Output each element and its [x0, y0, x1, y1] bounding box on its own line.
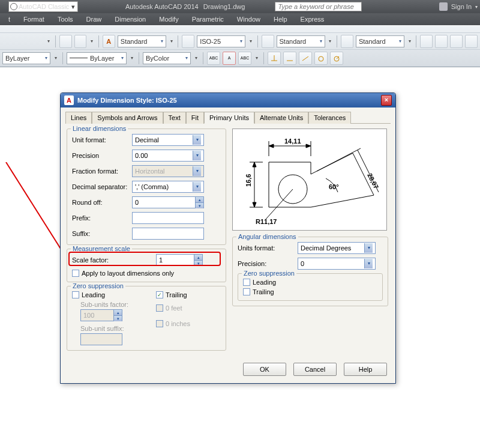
precision-label: Precision: [72, 152, 132, 159]
tab-symbols[interactable]: Symbols and Arrows: [92, 112, 163, 124]
units-format-label: Units format:: [238, 244, 298, 252]
chevron-down-icon[interactable]: ▾: [254, 55, 260, 61]
menu-window[interactable]: Window: [237, 16, 260, 23]
chevron-down-icon[interactable]: ▾: [248, 38, 253, 44]
abc-tool-button[interactable]: ABC: [207, 52, 220, 65]
toolbar-area: ▾ ▾ A Standard▾ ▾ ISO-25▾ ▾ Standard▾ ▾ …: [0, 25, 480, 67]
dialog-title: Modify Dimension Style: ISO-25: [77, 97, 177, 104]
leading-checkbox[interactable]: Leading: [72, 291, 144, 298]
unit-format-select[interactable]: Decimal▾: [132, 134, 204, 146]
menu-draw[interactable]: Draw: [86, 16, 102, 23]
angular-units-select[interactable]: Decimal Degrees▾: [298, 242, 376, 254]
menu-modify[interactable]: Modify: [159, 16, 178, 23]
unit-format-label: Unit format:: [72, 136, 132, 144]
angular-precision-label: Precision:: [238, 260, 298, 267]
menu-item[interactable]: t: [8, 16, 10, 23]
tab-alternate[interactable]: Alternate Units: [254, 112, 308, 124]
decimal-sep-label: Decimal separator:: [72, 183, 132, 190]
menu-help[interactable]: Help: [274, 16, 287, 23]
svg-line-20: [317, 148, 361, 171]
linear-dimensions-group: Linear dimensions Unit format: Decimal▾ …: [67, 129, 226, 245]
tab-lines[interactable]: Lines: [65, 112, 92, 124]
angular-precision-select[interactable]: 0▾: [298, 258, 376, 270]
menu-parametric[interactable]: Parametric: [192, 16, 224, 23]
titlebar: AutoCAD Classic ▾ Autodesk AutoCAD 2014 …: [0, 0, 480, 13]
chevron-down-icon[interactable]: ▾: [328, 38, 333, 44]
close-button[interactable]: ×: [381, 95, 392, 106]
menu-format[interactable]: Format: [23, 16, 44, 23]
svg-text:R11,17: R11,17: [256, 218, 277, 225]
app-icon: A: [64, 95, 74, 105]
tool-button[interactable]: [59, 35, 72, 48]
tool-button[interactable]: [465, 35, 478, 48]
fraction-format-select: Horizontal▾: [132, 165, 204, 177]
zero-feet-checkbox: 0 feet: [156, 304, 190, 312]
tool-button[interactable]: [450, 35, 463, 48]
table-style-icon[interactable]: [262, 35, 274, 48]
ok-button[interactable]: OK: [243, 363, 286, 376]
suffix-input[interactable]: [132, 228, 204, 240]
signin-link[interactable]: Sign In: [451, 3, 472, 10]
svg-text:28,07: 28,07: [366, 172, 380, 190]
scale-factor-spinner[interactable]: 1▴▾: [156, 254, 203, 266]
search-input[interactable]: [275, 2, 362, 11]
tool-button[interactable]: [74, 35, 87, 48]
abc-tool-button[interactable]: A: [223, 52, 236, 65]
angular-dimensions-group: Angular dimensions Units format: Decimal…: [232, 237, 388, 306]
mleader-style-icon[interactable]: [341, 35, 353, 48]
tool-button[interactable]: [435, 35, 448, 48]
menu-dimension[interactable]: Dimension: [115, 16, 146, 23]
roundoff-label: Round off:: [72, 199, 132, 206]
decimal-sep-select[interactable]: ',' (Comma)▾: [132, 181, 204, 193]
text-style-icon[interactable]: A: [103, 35, 115, 48]
dim-tool-button[interactable]: [283, 52, 296, 65]
dim-tool-button[interactable]: [299, 52, 312, 65]
group-title: Zero suppression: [242, 270, 296, 277]
text-style-combo[interactable]: Standard▾: [118, 35, 166, 47]
trailing-checkbox[interactable]: ✓Trailing: [156, 291, 190, 298]
subunits-factor-label: Sub-units factor:: [80, 301, 144, 308]
angular-leading-checkbox[interactable]: Leading: [243, 279, 377, 286]
chevron-down-icon[interactable]: ▾: [89, 38, 94, 44]
dim-style-combo[interactable]: ISO-25▾: [197, 35, 245, 47]
workspace-combo[interactable]: AutoCAD Classic ▾: [8, 1, 78, 12]
chevron-down-icon: ▾: [70, 3, 76, 11]
cancel-button[interactable]: Cancel: [293, 363, 337, 376]
group-title: Measurement scale: [71, 245, 132, 252]
dim-tool-button[interactable]: [330, 52, 343, 65]
abc-tool-button[interactable]: ABC: [238, 52, 251, 65]
tab-text[interactable]: Text: [163, 112, 186, 124]
menubar: t Format Tools Draw Dimension Modify Par…: [0, 13, 480, 25]
chevron-down-icon[interactable]: ▾: [193, 55, 199, 61]
chevron-down-icon[interactable]: ▾: [169, 38, 174, 44]
tab-fit[interactable]: Fit: [186, 112, 204, 124]
help-button[interactable]: Help: [344, 363, 387, 376]
mleader-style-combo[interactable]: Standard▾: [356, 35, 404, 47]
roundoff-spinner[interactable]: 0▴▾: [132, 196, 204, 208]
angular-trailing-checkbox[interactable]: Trailing: [243, 288, 377, 295]
subunit-suffix-input: [80, 333, 122, 345]
prefix-label: Prefix:: [72, 214, 132, 222]
tab-primary-units[interactable]: Primary Units: [204, 112, 254, 124]
tool-button[interactable]: [420, 35, 433, 48]
svg-marker-17: [253, 162, 256, 167]
menu-express[interactable]: Express: [301, 16, 325, 23]
color-combo[interactable]: ByColor▾: [143, 52, 191, 64]
apply-layout-checkbox[interactable]: Apply to layout dimensions only: [72, 270, 221, 277]
dim-tool-button[interactable]: [314, 52, 328, 65]
chevron-down-icon[interactable]: ▾: [129, 55, 135, 61]
dim-tool-button[interactable]: [268, 52, 281, 65]
dim-style-icon[interactable]: [182, 35, 194, 48]
tab-tolerances[interactable]: Tolerances: [308, 112, 351, 124]
table-style-combo[interactable]: Standard▾: [277, 35, 325, 47]
precision-select[interactable]: 0.00▾: [132, 150, 204, 162]
chevron-down-icon[interactable]: ▾: [46, 38, 51, 44]
menu-tools[interactable]: Tools: [58, 16, 73, 23]
layer-combo[interactable]: ByLayer▾: [2, 52, 50, 64]
linetype-combo[interactable]: ByLayer▾: [67, 52, 127, 64]
prefix-input[interactable]: [132, 212, 204, 224]
chevron-down-icon[interactable]: ▾: [53, 55, 59, 61]
chevron-down-icon[interactable]: ▾: [407, 38, 412, 44]
chevron-down-icon: ▾: [475, 4, 478, 10]
svg-marker-13: [306, 144, 311, 148]
